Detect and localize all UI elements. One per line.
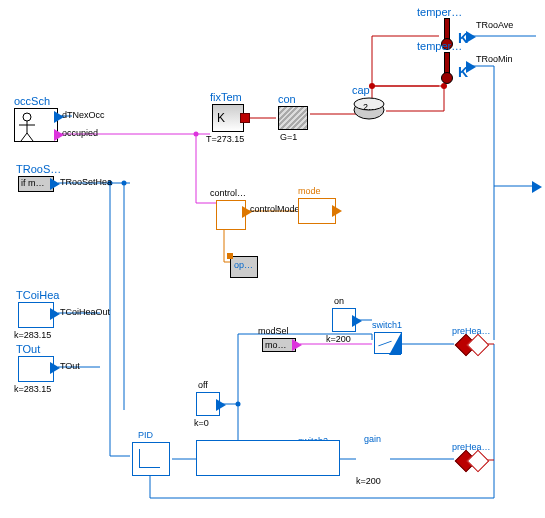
gain-block — [360, 446, 386, 474]
fixTem-K: K — [217, 111, 225, 125]
off-k: k=0 — [194, 418, 209, 428]
modSel-block: mo… — [262, 338, 296, 352]
TOut-out: TOut — [60, 361, 80, 371]
PID-label: PID — [138, 430, 153, 440]
off-label: off — [198, 380, 208, 390]
svg-point-4 — [122, 181, 127, 186]
svg-point-2 — [194, 132, 199, 137]
modSel-label: modSel — [258, 326, 289, 336]
modSel-port — [292, 339, 302, 351]
svg-point-5 — [236, 402, 241, 407]
TCoiHea-block — [18, 302, 54, 328]
control-out: controlMode — [250, 204, 300, 214]
TRooSet-label: TRooS… — [16, 163, 61, 175]
diagram-canvas: occSch dTNexOcc occupied if m… TRooS… TR… — [0, 0, 545, 518]
PID-block — [132, 442, 170, 476]
person-icon — [15, 109, 57, 141]
mode-block — [298, 198, 336, 224]
TCoiHea-out: TCoiHeaOut — [60, 307, 110, 317]
control-port — [242, 206, 252, 218]
TOut-k: k=283.15 — [14, 384, 51, 394]
fixTem-port — [240, 113, 250, 123]
on-port — [352, 315, 362, 327]
TOut-block — [18, 356, 54, 382]
TOut-port — [50, 362, 60, 374]
pid-container — [196, 440, 340, 476]
switch1-block — [374, 332, 402, 354]
TRooSet-port — [50, 178, 60, 190]
TCoiHea-k: k=283.15 — [14, 330, 51, 340]
bus-out-port — [532, 181, 542, 193]
mode-port — [332, 205, 342, 217]
gain-k: k=200 — [356, 476, 381, 486]
tempAve-port — [466, 31, 476, 43]
op-inport — [227, 253, 233, 259]
off-port — [216, 399, 226, 411]
con-label: con — [278, 93, 296, 105]
TRooSet-sub: if m… — [19, 178, 45, 188]
con-foot: G=1 — [280, 132, 297, 142]
on-k: k=200 — [326, 334, 351, 344]
occSch-port2 — [54, 129, 64, 141]
tempMin-thermo — [439, 52, 453, 84]
occSch-port1 — [54, 111, 64, 123]
preHea1-label: preHea… — [452, 326, 491, 336]
TCoiHea-label: TCoiHea — [16, 289, 59, 301]
op-label: op… — [234, 260, 253, 270]
svg-point-6 — [23, 113, 31, 121]
preHea2-label: preHea… — [452, 442, 491, 452]
con-block — [278, 106, 308, 130]
svg-point-0 — [369, 83, 375, 89]
tempMin-port — [466, 61, 476, 73]
modSel-sub: mo… — [263, 340, 287, 350]
TRooSet-out: TRooSetHea — [60, 177, 112, 187]
on-label: on — [334, 296, 344, 306]
cap-foot: 2… — [363, 102, 377, 112]
tempAve-label: temper… — [417, 6, 462, 18]
TCoiHea-port — [50, 308, 60, 320]
switch1-label: switch1 — [372, 320, 402, 330]
cap-label: cap — [352, 84, 370, 96]
TOut-label: TOut — [16, 343, 40, 355]
occSch-out2: occupied — [62, 128, 98, 138]
occSch-out1: dTNexOcc — [62, 110, 105, 120]
control-label: control… — [210, 188, 246, 198]
occSch-label: occSch — [14, 95, 50, 107]
fixTem-foot: T=273.15 — [206, 134, 244, 144]
tempAve-r: TRooAve — [476, 20, 513, 30]
gain-label: gain — [364, 434, 381, 444]
tempMin-label: temper… — [417, 40, 462, 52]
mode-label: mode — [298, 186, 321, 196]
occSch-block — [14, 108, 58, 142]
TRooSet-block: if m… — [18, 176, 54, 192]
tempMin-r: TRooMin — [476, 54, 513, 64]
fixTem-label: fixTem — [210, 91, 242, 103]
